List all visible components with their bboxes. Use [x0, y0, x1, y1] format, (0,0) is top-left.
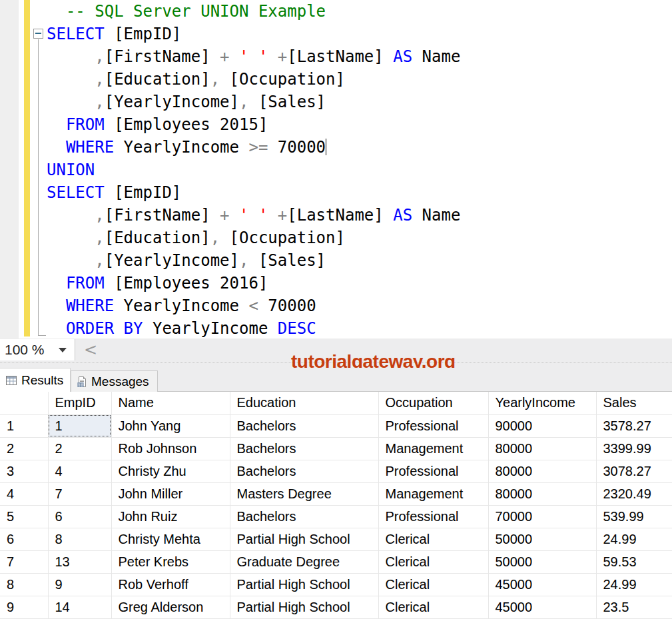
grid-cell[interactable]: Rob Johnson — [111, 437, 230, 460]
grid-cell[interactable]: Management — [378, 437, 488, 460]
grid-cell[interactable]: 8 — [48, 528, 111, 550]
code-line-15[interactable]: ORDER BY YearlyIncome DESC — [47, 317, 666, 340]
grid-cell[interactable]: Bachelors — [230, 505, 378, 528]
grid-cell[interactable]: 80000 — [488, 482, 596, 505]
code-line-3[interactable]: ,[FirstName] + ' ' +[LastName] AS Name — [47, 45, 666, 68]
grid-cell[interactable]: Partial High School — [230, 573, 378, 596]
row-header-corner[interactable] — [0, 392, 48, 414]
row-number-cell[interactable]: 3 — [0, 460, 48, 482]
grid-cell[interactable]: Graduate Degree — [230, 550, 378, 573]
grid-cell[interactable]: Partial High School — [230, 596, 378, 618]
sql-editor[interactable]: -- SQL Server UNION ExampleSELECT [EmpID… — [0, 0, 672, 338]
grid-cell[interactable]: 90000 — [488, 414, 596, 437]
zoom-level-value: 100 % — [5, 342, 45, 358]
grid-cell[interactable]: Masters Degree — [230, 482, 378, 505]
grid-cell[interactable]: Clerical — [378, 596, 488, 618]
code-line-14[interactable]: WHERE YearlyIncome < 70000 — [47, 295, 666, 317]
row-number-cell[interactable]: 4 — [0, 482, 48, 505]
code-line-2[interactable]: SELECT [EmpID] — [47, 23, 666, 45]
code-line-10[interactable]: ,[FirstName] + ' ' +[LastName] AS Name — [47, 204, 666, 227]
grid-cell[interactable]: Clerical — [378, 528, 488, 550]
grid-cell[interactable]: 45000 — [488, 596, 596, 618]
tab-messages[interactable]: Messages — [71, 370, 158, 392]
code-line-4[interactable]: ,[Education], [Occupation] — [47, 68, 666, 91]
column-header-EmpID[interactable]: EmpID — [48, 392, 111, 414]
grid-cell[interactable]: John Miller — [111, 482, 230, 505]
grid-cell[interactable]: Greg Alderson — [111, 596, 230, 618]
code-fold-collapse-icon[interactable] — [33, 29, 43, 39]
grid-cell[interactable]: John Ruiz — [111, 505, 230, 528]
results-grid: EmpIDNameEducationOccupationYearlyIncome… — [0, 392, 672, 619]
grid-cell[interactable]: 4 — [48, 460, 111, 482]
table-row: 11John YangBachelorsProfessional90000357… — [0, 414, 672, 437]
grid-cell[interactable]: 7 — [48, 482, 111, 505]
grid-cell[interactable]: 9 — [48, 573, 111, 596]
grid-cell[interactable]: 24.99 — [596, 573, 672, 596]
grid-cell[interactable]: Christy Mehta — [111, 528, 230, 550]
row-number-cell[interactable]: 6 — [0, 528, 48, 550]
grid-cell[interactable]: 59.53 — [596, 550, 672, 573]
grid-cell-selected[interactable]: 1 — [48, 414, 111, 437]
grid-cell[interactable]: Clerical — [378, 550, 488, 573]
row-number-cell[interactable]: 7 — [0, 550, 48, 573]
column-header-Occupation[interactable]: Occupation — [378, 392, 488, 414]
code-line-1[interactable]: -- SQL Server UNION Example — [47, 0, 666, 23]
grid-cell[interactable]: 3578.27 — [596, 414, 672, 437]
column-header-YearlyIncome[interactable]: YearlyIncome — [488, 392, 596, 414]
code-line-11[interactable]: ,[Education], [Occupation] — [47, 227, 666, 249]
row-number-cell[interactable]: 5 — [0, 505, 48, 528]
code-line-8[interactable]: UNION — [47, 159, 666, 181]
tab-results[interactable]: Results — [0, 368, 71, 392]
grid-cell[interactable]: Bachelors — [230, 437, 378, 460]
grid-cell[interactable]: 13 — [48, 550, 111, 573]
grid-cell[interactable]: Clerical — [378, 573, 488, 596]
grid-cell[interactable]: Christy Zhu — [111, 460, 230, 482]
grid-cell[interactable]: 3399.99 — [596, 437, 672, 460]
grid-cell[interactable]: 70000 — [488, 505, 596, 528]
grid-cell[interactable]: Peter Krebs — [111, 550, 230, 573]
row-number-cell[interactable]: 2 — [0, 437, 48, 460]
messages-doc-icon — [77, 376, 87, 387]
grid-header-row: EmpIDNameEducationOccupationYearlyIncome… — [0, 392, 672, 414]
column-header-Sales[interactable]: Sales — [596, 392, 672, 414]
grid-cell[interactable]: Bachelors — [230, 460, 378, 482]
code-line-5[interactable]: ,[YearlyIncome], [Sales] — [47, 91, 666, 113]
row-number-cell[interactable]: 9 — [0, 596, 48, 618]
sql-code[interactable]: -- SQL Server UNION ExampleSELECT [EmpID… — [47, 0, 666, 340]
hscroll-left-arrow-icon[interactable]: < — [84, 340, 97, 359]
grid-cell[interactable]: Management — [378, 482, 488, 505]
grid-cell[interactable]: Rob Verhoff — [111, 573, 230, 596]
grid-cell[interactable]: 539.99 — [596, 505, 672, 528]
grid-cell[interactable]: Bachelors — [230, 414, 378, 437]
code-line-7[interactable]: WHERE YearlyIncome >= 70000 — [47, 136, 666, 159]
table-row: 914Greg AldersonPartial High SchoolCleri… — [0, 596, 672, 618]
row-number-cell[interactable]: 1 — [0, 414, 48, 437]
grid-cell[interactable]: 45000 — [488, 573, 596, 596]
grid-cell[interactable]: 14 — [48, 596, 111, 618]
row-number-cell[interactable]: 8 — [0, 573, 48, 596]
code-line-12[interactable]: ,[YearlyIncome], [Sales] — [47, 249, 666, 272]
table-row: 713Peter KrebsGraduate DegreeClerical500… — [0, 550, 672, 573]
grid-cell[interactable]: 24.99 — [596, 528, 672, 550]
grid-cell[interactable]: Professional — [378, 505, 488, 528]
grid-cell[interactable]: 50000 — [488, 550, 596, 573]
grid-cell[interactable]: 80000 — [488, 437, 596, 460]
grid-cell[interactable]: 80000 — [488, 460, 596, 482]
column-header-Name[interactable]: Name — [111, 392, 230, 414]
grid-cell[interactable]: Professional — [378, 414, 488, 437]
grid-cell[interactable]: 50000 — [488, 528, 596, 550]
column-header-Education[interactable]: Education — [230, 392, 378, 414]
code-line-13[interactable]: FROM [Employees 2016] — [47, 272, 666, 295]
grid-cell[interactable]: 6 — [48, 505, 111, 528]
grid-cell[interactable]: 3078.27 — [596, 460, 672, 482]
grid-cell[interactable]: 2 — [48, 437, 111, 460]
grid-cell[interactable]: Partial High School — [230, 528, 378, 550]
grid-cell[interactable]: 2320.49 — [596, 482, 672, 505]
table-row: 34Christy ZhuBachelorsProfessional800003… — [0, 460, 672, 482]
editor-zoom-dropdown[interactable]: 100 % — [0, 339, 75, 360]
grid-cell[interactable]: Professional — [378, 460, 488, 482]
code-line-9[interactable]: SELECT [EmpID] — [47, 181, 666, 204]
grid-cell[interactable]: 23.5 — [596, 596, 672, 618]
code-line-6[interactable]: FROM [Employees 2015] — [47, 113, 666, 136]
grid-cell[interactable]: John Yang — [111, 414, 230, 437]
